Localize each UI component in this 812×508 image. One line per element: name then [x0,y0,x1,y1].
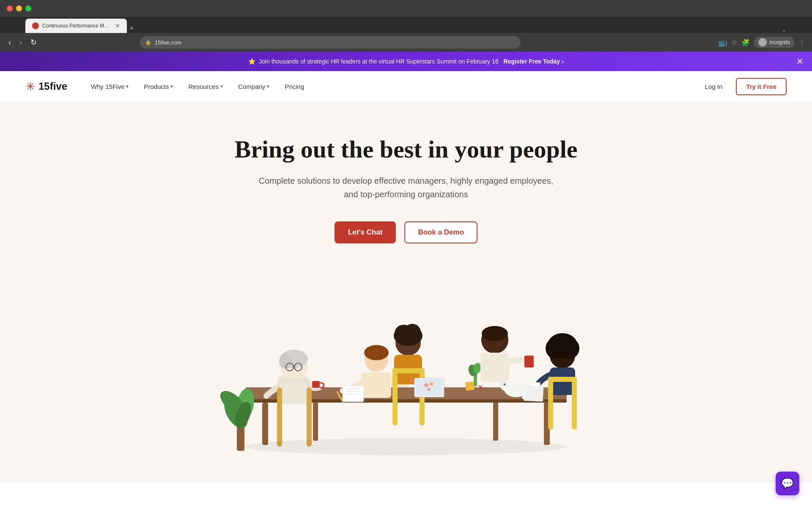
svg-text:♥: ♥ [410,377,414,384]
try-free-button[interactable]: Try it Free [736,78,787,95]
svg-point-46 [428,388,430,391]
svg-point-18 [279,353,292,369]
incognito-icon [758,38,767,47]
browser-tab-active[interactable]: Continuous Performance Mana... ✕ [25,19,127,33]
hero-section: Bring out the best in your people Comple… [0,102,812,483]
main-navigation: ✳ 15five Why 15Five ▾ Products ▾ Resourc… [0,71,812,102]
forward-button[interactable]: › [18,36,24,49]
menu-button[interactable]: ⋮ [798,39,805,47]
browser-addressbar: ‹ › ↻ 🔒 15five.com 📺 ☆ 🧩 Incognito ⋮ [0,33,812,52]
close-window-button[interactable] [7,6,13,11]
minimize-window-button[interactable] [16,6,22,11]
bookmark-button[interactable]: ☆ [731,39,737,47]
chat-widget[interactable]: 💬 [776,472,799,495]
incognito-badge: Incognito [754,37,794,48]
nav-resources-label: Resources [188,83,219,90]
nav-links: Why 15Five ▾ Products ▾ Resources ▾ Comp… [84,80,698,94]
lets-chat-button[interactable]: Let's Chat [335,221,396,243]
browser-titlebar [0,0,812,17]
nav-company-label: Company [238,83,265,90]
browser-tab-bar: Continuous Performance Mana... ✕ + ⌄ [0,17,812,33]
logo-text: 15five [38,80,67,92]
nav-pricing[interactable]: Pricing [278,80,311,94]
svg-rect-28 [362,373,391,398]
chat-widget-icon: 💬 [781,478,794,489]
nav-actions: Log In Try it Free [698,78,787,95]
svg-rect-51 [524,356,534,367]
tab-title: Continuous Performance Mana... [42,23,112,29]
hero-svg: ✕ ♥ [211,277,601,480]
svg-rect-39 [392,370,398,425]
svg-point-55 [561,338,579,359]
announcement-banner: ⭐ Join thousands of strategic HR leaders… [0,52,812,71]
hero-buttons: Let's Chat Book a Demo [0,221,812,243]
svg-rect-59 [548,377,577,382]
book-demo-button[interactable]: Book a Demo [404,221,477,243]
svg-rect-2 [262,403,268,445]
nav-company[interactable]: Company ▾ [231,80,276,94]
svg-point-65 [504,384,505,385]
nav-resources-chevron: ▾ [220,83,223,89]
nav-pricing-label: Pricing [285,83,304,90]
refresh-button[interactable]: ↻ [29,36,38,49]
svg-rect-23 [277,387,282,447]
nav-why15five-label: Why 15Five [91,83,124,90]
svg-point-37 [404,324,421,341]
hero-heading: Bring out the best in your people [0,135,812,164]
nav-resources[interactable]: Resources ▾ [181,80,230,94]
nav-company-chevron: ▾ [267,83,269,89]
login-button[interactable]: Log In [698,80,730,94]
svg-rect-25 [312,381,320,388]
banner-cta-link[interactable]: Register Free Today › [504,58,564,65]
cast-button[interactable]: 📺 [719,39,727,47]
nav-products[interactable]: Products ▾ [137,80,180,94]
svg-rect-57 [548,379,553,430]
tab-favicon [32,22,39,29]
svg-rect-24 [307,387,312,447]
incognito-label: Incognito [769,39,790,45]
svg-rect-58 [572,379,577,430]
svg-rect-43 [416,379,443,395]
svg-text:✕: ✕ [478,384,483,391]
svg-rect-50 [480,353,509,382]
new-tab-button[interactable]: + [129,24,134,33]
hero-illustration: ✕ ♥ [0,277,812,480]
svg-rect-41 [392,368,425,373]
banner-text: ⭐ Join thousands of strategic HR leaders… [248,58,498,65]
nav-why15five-chevron: ▾ [126,83,129,89]
nav-products-label: Products [144,83,169,90]
logo-link[interactable]: ✳ 15five [25,80,67,94]
svg-rect-6 [237,425,244,451]
browser-actions: 📺 ☆ 🧩 Incognito ⋮ [719,37,805,48]
tab-close-button[interactable]: ✕ [115,22,120,29]
url-text: 15five.com [155,39,516,46]
svg-point-45 [430,382,433,386]
lock-icon: 🔒 [145,39,151,45]
extensions-button[interactable]: 🧩 [741,39,750,47]
svg-rect-22 [280,381,308,404]
svg-point-69 [245,438,567,455]
nav-why15five[interactable]: Why 15Five ▾ [84,80,135,94]
svg-rect-4 [313,403,318,441]
maximize-window-button[interactable] [25,6,31,11]
svg-rect-66 [465,381,475,391]
svg-point-27 [364,345,389,360]
logo-icon: ✳ [25,80,35,94]
banner-star: ⭐ [248,58,255,65]
hero-subheading: Complete solutions to develop effective … [254,174,558,201]
nav-products-chevron: ▾ [170,83,173,89]
back-button[interactable]: ‹ [7,36,13,49]
tab-list-chevron[interactable]: ⌄ [782,26,787,33]
browser-chrome: Continuous Performance Mana... ✕ + ⌄ ‹ ›… [0,0,812,52]
svg-point-49 [482,326,508,341]
svg-rect-29 [343,386,364,402]
svg-rect-5 [493,403,498,441]
address-bar[interactable]: 🔒 15five.com [140,36,521,49]
banner-close-button[interactable]: ✕ [796,56,804,66]
svg-point-44 [424,383,428,387]
